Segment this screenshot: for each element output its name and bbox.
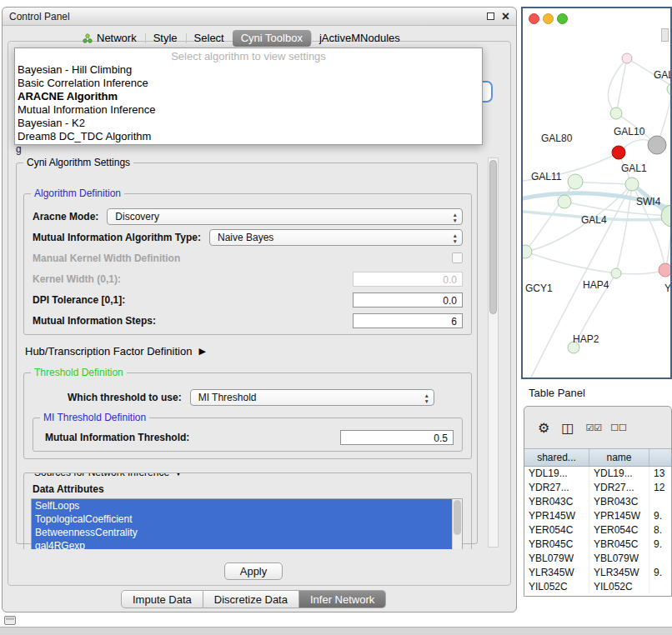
minimize-traffic-light-icon[interactable] <box>543 13 554 24</box>
algorithm-menu-item[interactable]: Dream8 DC_TDC Algorithm <box>15 130 482 143</box>
table-panel-title: Table Panel <box>529 387 585 399</box>
bottom-tab-impute-data[interactable]: Impute Data <box>121 590 203 608</box>
algorithm-menu-item[interactable]: ARACNE Algorithm <box>15 90 482 103</box>
network-node[interactable] <box>667 83 670 95</box>
data-attribute-item[interactable]: gal4RGexp <box>32 539 462 549</box>
algorithm-menu-item[interactable]: Basic Correlation Inference <box>15 77 482 90</box>
deselect-all-icon[interactable]: ☐☐ <box>610 422 627 433</box>
table-cell: YBR045C <box>589 538 649 552</box>
table-cell: YER054C <box>589 523 649 538</box>
network-node[interactable] <box>612 146 625 159</box>
node-label: GAL11 <box>531 171 562 182</box>
node-label: GAL4 <box>581 214 607 226</box>
network-node[interactable] <box>622 53 632 63</box>
canvas-scrollbar-stub[interactable] <box>661 28 669 42</box>
list-scrollbar-thumb[interactable] <box>454 500 461 535</box>
data-attribute-item[interactable]: TopologicalCoefficient <box>32 512 462 526</box>
aracne-mode-select[interactable]: Discovery ▲▼ <box>107 208 463 225</box>
which-threshold-label: Which threshold to use: <box>68 392 182 403</box>
node-label: Y <box>664 282 670 294</box>
network-canvas[interactable]: GALGAL80GAL10GAL11GAL1SWI4GAL4GCY1HAP4HA… <box>523 8 670 378</box>
table-row[interactable]: YDR27...YDR27...12 <box>524 481 671 495</box>
close-window-icon[interactable]: × <box>502 8 509 25</box>
algorithm-menu-item[interactable]: Mutual Information Inference <box>15 103 482 117</box>
column-header[interactable] <box>649 449 672 466</box>
table-row[interactable]: YBR043CYBR043C <box>524 495 671 509</box>
zoom-traffic-light-icon[interactable] <box>557 13 568 24</box>
network-node[interactable] <box>523 245 532 258</box>
mi-steps-input[interactable]: 6 <box>353 313 463 328</box>
table-cell: YER054C <box>524 523 589 538</box>
kernel-width-row: Kernel Width (0,1): 0.0 <box>33 270 463 288</box>
float-window-icon[interactable] <box>487 12 494 20</box>
kernel-width-input[interactable]: 0.0 <box>353 272 463 287</box>
combo-value: Discovery <box>115 211 159 222</box>
screen: Control Panel × NetworkStyleSelectCyni T… <box>0 0 672 635</box>
data-attribute-item[interactable]: SelfLoops <box>32 499 462 512</box>
table-row[interactable]: YER054CYER054C8. <box>524 523 671 538</box>
column-header[interactable]: shared... <box>524 449 589 466</box>
network-edge[interactable] <box>575 182 632 184</box>
network-node[interactable] <box>648 136 666 154</box>
expand-right-icon: ▶ <box>198 346 205 357</box>
table-toolbar: ⚙◫☑☑☐☐ <box>524 407 671 448</box>
tab-select[interactable]: Select <box>186 30 233 47</box>
column-header[interactable]: name <box>589 449 649 466</box>
network-node[interactable] <box>558 195 571 208</box>
table-row[interactable]: YPR145WYPR145W9. <box>524 509 671 523</box>
columns-icon[interactable]: ◫ <box>561 420 574 436</box>
sources-toggle[interactable]: Sources for Network Inference ▼ <box>31 472 186 478</box>
threshold-select[interactable]: MI Threshold ▲▼ <box>190 389 434 406</box>
table-cell: 8. <box>649 523 672 538</box>
network-edge[interactable] <box>525 252 616 273</box>
select-all-icon[interactable]: ☑☑ <box>585 422 602 433</box>
table-cell: YDR27... <box>589 481 649 495</box>
table-cell: YBL079W <box>589 552 649 566</box>
network-node[interactable] <box>659 263 670 277</box>
table-cell: 9. <box>649 566 672 580</box>
network-node[interactable] <box>568 174 583 189</box>
table-row[interactable]: YIL052CYIL052C <box>524 580 671 594</box>
table-cell: YBR043C <box>524 495 589 509</box>
tab-jactivemnodules[interactable]: jActiveMNodules <box>311 30 409 47</box>
gear-icon[interactable]: ⚙ <box>538 420 549 436</box>
minimized-panel-icon[interactable] <box>4 616 16 625</box>
table-row[interactable]: YBR045CYBR045C9. <box>524 538 671 552</box>
table-row[interactable]: YDL19...YDL19...13 <box>524 467 671 481</box>
control-panel-titlebar[interactable]: Control Panel × <box>3 8 516 26</box>
network-edge[interactable] <box>616 270 665 274</box>
tab-style[interactable]: Style <box>145 30 186 47</box>
algorithm-definition-title: Algorithm Definition <box>31 188 124 199</box>
algorithm-menu-item[interactable]: Bayesian - K2 <box>15 117 482 130</box>
data-attributes-list[interactable]: SelfLoopsTopologicalCoefficientBetweenne… <box>31 498 463 549</box>
apply-button[interactable]: Apply <box>224 562 283 580</box>
table-row[interactable]: YLR345WYLR345W9. <box>524 566 671 580</box>
settings-scrollbar[interactable] <box>488 158 499 548</box>
algorithm-menu-item[interactable]: Bayesian - Hill Climbing <box>15 63 482 77</box>
network-edge[interactable] <box>616 58 627 113</box>
hub-definition-toggle[interactable]: Hub/Transcription Factor Definition ▶ <box>25 345 477 358</box>
tab-cyni-toolbox[interactable]: Cyni Toolbox <box>233 30 311 47</box>
bottom-tab-infer-network[interactable]: Infer Network <box>299 590 386 608</box>
mi-type-select[interactable]: Naive Bayes ▲▼ <box>209 229 463 246</box>
tab-label: jActiveMNodules <box>319 32 400 44</box>
table-row[interactable]: YBL079WYBL079W <box>524 552 671 566</box>
table-body: YDL19...YDL19...13YDR27...YDR27...12YBR0… <box>524 467 671 596</box>
manual-kernel-checkbox[interactable] <box>452 252 463 263</box>
close-traffic-light-icon[interactable] <box>529 13 539 24</box>
manual-kernel-label: Manual Kernel Width Definition <box>33 252 180 264</box>
table-cell: YDL19... <box>524 467 589 481</box>
data-attribute-item[interactable]: BetweennessCentrality <box>32 526 462 539</box>
network-node[interactable] <box>610 108 622 119</box>
tab-network[interactable]: Network <box>74 30 145 47</box>
mi-threshold-input[interactable]: 0.5 <box>340 430 454 445</box>
table-cell: YPR145W <box>524 509 589 523</box>
network-node[interactable] <box>625 178 639 191</box>
list-scrollbar[interactable] <box>452 499 462 549</box>
network-node[interactable] <box>611 268 621 278</box>
node-label: GAL10 <box>614 126 645 138</box>
table-header: shared...name <box>524 448 671 467</box>
bottom-tab-discretize-data[interactable]: Discretize Data <box>203 590 299 608</box>
dpi-tolerance-input[interactable]: 0.0 <box>353 292 463 308</box>
settings-scrollbar-thumb[interactable] <box>489 160 497 314</box>
